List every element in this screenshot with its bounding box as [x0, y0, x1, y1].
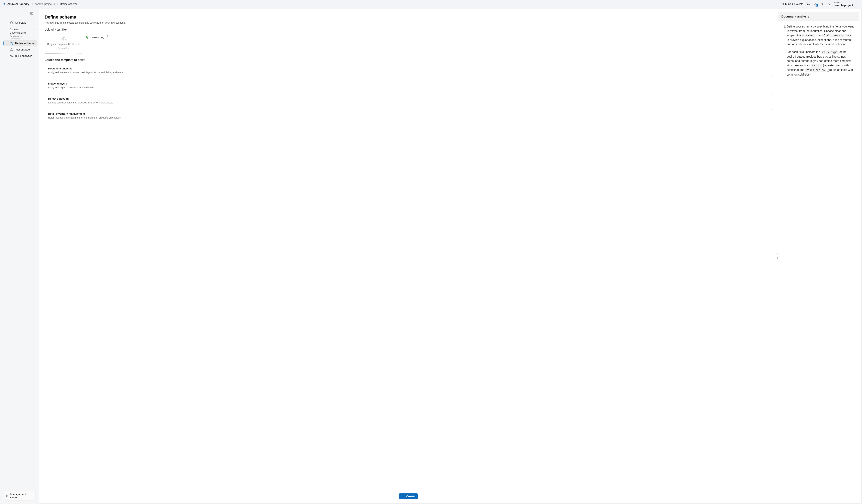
info-panel-title: Document analysis [778, 12, 859, 21]
code-field-names: field names [796, 34, 815, 38]
breadcrumb-separator: / [32, 2, 34, 5]
svg-point-9 [11, 56, 12, 57]
management-center-label: Management center [10, 493, 33, 499]
management-center-button[interactable]: Management center [4, 491, 36, 501]
svg-point-1 [828, 3, 830, 5]
nav-define-schema[interactable]: Define schema [4, 40, 37, 47]
create-button-label: Create [406, 495, 415, 498]
notification-bell-icon[interactable] [807, 2, 810, 6]
template-card-2[interactable]: Defect detectionIdentify potential defec… [44, 94, 772, 107]
dropzone-text: Drag and drop one file here or [47, 43, 80, 46]
template-card-1[interactable]: Image analysisAnalyze images to extract … [44, 79, 772, 92]
sidebar-collapse-icon[interactable] [30, 12, 34, 15]
main-column: Define schema Review fields from selecte… [39, 9, 778, 503]
breadcrumb-separator: / [57, 2, 58, 5]
project-picker-value: sample-project [834, 4, 853, 7]
chevron-updown-icon [53, 3, 55, 5]
svg-rect-6 [10, 42, 11, 43]
sidebar: Overview Content Understanding PREVIEW D… [0, 8, 39, 504]
nav-group-label: Content Understanding [10, 28, 32, 35]
svg-point-0 [822, 3, 823, 4]
template-list: Document analysisAnalyze documents to ex… [44, 64, 772, 124]
nav-overview-label: Overview [15, 21, 26, 24]
content-area: Define schema Review fields from selecte… [39, 9, 862, 504]
schema-icon [10, 42, 13, 45]
template-desc: Analyze images to extract structured fie… [48, 86, 769, 89]
panel-splitter[interactable] [777, 252, 778, 260]
info-step-2: For each field, indicate the value type … [787, 50, 855, 77]
template-card-0[interactable]: Document analysisAnalyze documents to ex… [44, 64, 772, 77]
info-panel: Document analysis Define your schema by … [778, 9, 861, 503]
feedback-smile-icon[interactable] [827, 2, 831, 6]
top-bar: Azure AI Foundry / sample-project / Defi… [0, 0, 862, 8]
nav-build-analyzer[interactable]: Build analyzer [4, 53, 37, 59]
nav-define-schema-label: Define schema [15, 42, 34, 45]
page-title: Define schema [44, 14, 772, 20]
svg-rect-7 [12, 43, 13, 44]
home-icon [10, 21, 13, 24]
delete-file-button[interactable] [106, 35, 109, 39]
breadcrumb-current: Define schema [60, 2, 78, 5]
template-title: Retail inventory management [48, 112, 769, 115]
svg-rect-4 [30, 12, 33, 14]
file-dropzone[interactable]: Drag and drop one file here or Browse fi… [44, 33, 82, 54]
template-title: Document analysis [48, 67, 769, 70]
check-circle-icon [86, 36, 89, 39]
svg-point-2 [828, 3, 829, 4]
preview-badge: PREVIEW [10, 35, 22, 38]
settings-gear-icon[interactable] [821, 2, 824, 6]
check-icon [402, 495, 405, 498]
create-button[interactable]: Create [399, 493, 418, 499]
info-panel-body: Define your schema by specifying the fie… [778, 21, 859, 84]
azure-logo-icon [3, 3, 6, 5]
dropzone-browse: Browse file [57, 47, 69, 50]
notification-badge: 1 [815, 4, 818, 6]
chevron-up-icon [32, 29, 34, 31]
uploaded-file-name: invoice.png [91, 36, 104, 39]
code-tables: tables [811, 64, 822, 68]
exit-icon [6, 494, 9, 497]
cloud-upload-icon [61, 37, 66, 41]
code-field-descriptions: field descriptions [822, 34, 852, 38]
required-asterisk: * [66, 28, 67, 31]
svg-point-8 [10, 55, 11, 56]
build-icon [10, 54, 13, 58]
info-step-1: Define your schema by specifying the fie… [787, 24, 855, 47]
template-desc: Retail inventory management for monitori… [48, 116, 769, 119]
template-title: Defect detection [48, 97, 769, 100]
chevron-down-icon [857, 3, 859, 5]
template-desc: Analyze documents to extract text, layou… [48, 71, 769, 74]
nav-list: Overview Content Understanding PREVIEW D… [0, 19, 39, 59]
code-value-type: value type [821, 51, 839, 54]
nav-overview[interactable]: Overview [4, 19, 37, 26]
brand-name[interactable]: Azure AI Foundry [7, 2, 29, 5]
upload-row: Drag and drop one file here or Browse fi… [44, 33, 772, 54]
template-card-3[interactable]: Retail inventory managementRetail invent… [44, 109, 772, 122]
template-desc: Identify potential defects in provided i… [48, 101, 769, 104]
create-bar: Create [44, 490, 772, 499]
template-title: Image analysis [48, 82, 769, 85]
breadcrumb-project[interactable]: sample-project [35, 2, 55, 5]
page-subtitle: Review fields from selected template and… [44, 22, 772, 24]
main-wrap: Overview Content Understanding PREVIEW D… [0, 8, 862, 504]
header-actions: All hubs + projects 1 Project sample-pro… [782, 0, 859, 8]
project-picker-label: Project [834, 1, 853, 4]
breadcrumb: Azure AI Foundry / sample-project / Defi… [3, 2, 78, 5]
uploaded-file-chip: invoice.png [86, 35, 109, 39]
all-hubs-link[interactable]: All hubs + projects [782, 2, 804, 5]
nav-group-content-understanding[interactable]: Content Understanding PREVIEW [4, 26, 37, 40]
announcement-icon[interactable]: 1 [813, 2, 817, 6]
upload-label: Upload a test file* [44, 28, 772, 31]
nav-test-analyzer-label: Test analyzer [15, 48, 31, 51]
code-fixed-tables: fixed tables [805, 68, 826, 72]
trash-icon [106, 35, 109, 38]
flask-icon [10, 48, 13, 51]
template-section-heading: Select one template to start [44, 58, 772, 62]
nav-test-analyzer[interactable]: Test analyzer [4, 47, 37, 53]
nav-build-analyzer-label: Build analyzer [15, 54, 32, 57]
project-picker[interactable]: Project sample-project [834, 0, 859, 8]
